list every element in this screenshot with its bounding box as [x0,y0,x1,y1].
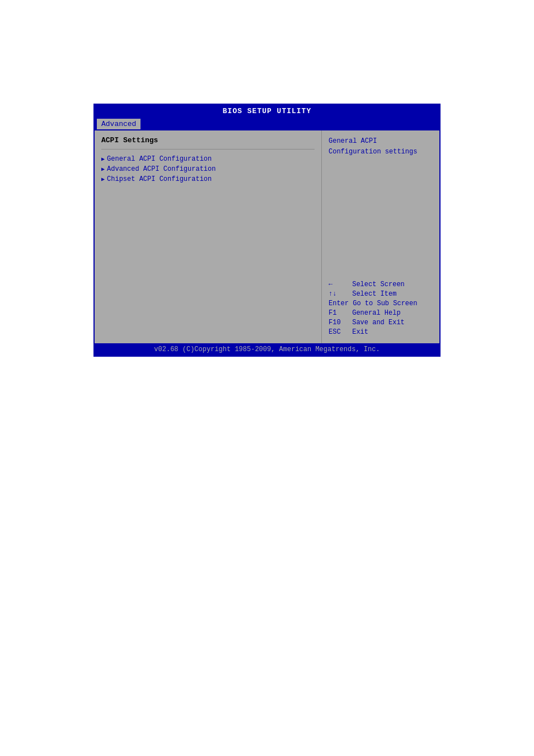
bios-window: BIOS SETUP UTILITY Advanced ACPI Setting… [93,104,441,357]
menu-item-advanced-acpi[interactable]: Advanced ACPI Configuration [101,165,315,173]
key-row-select-item: ↑↓ Select Item [329,290,433,298]
key-row-f1: F1 General Help [329,309,433,317]
nav-item-advanced[interactable]: Advanced [97,119,140,129]
menu-item-chipset-acpi[interactable]: Chipset ACPI Configuration [101,175,315,183]
key-row-esc: ESC Exit [329,328,433,336]
key-desc-select-item: Select Item [352,290,396,298]
key-desc-f10: Save and Exit [352,319,405,326]
key-help: ← Select Screen ↑↓ Select Item Enter Go … [329,281,433,338]
bios-footer: v02.68 (C)Copyright 1985-2009, American … [95,343,439,356]
menu-item-general-acpi[interactable]: General ACPI Configuration [101,155,315,163]
bios-title: BIOS SETUP UTILITY [95,105,439,118]
key-arrow-left: ← [329,281,348,288]
key-row-enter: Enter Go to Sub Screen [329,300,433,307]
key-desc-esc: Exit [352,328,368,336]
key-desc-select-screen: Select Screen [352,281,405,288]
key-enter: Enter [329,300,349,307]
key-row-f10: F10 Save and Exit [329,319,433,326]
nav-bar: Advanced [95,118,439,130]
key-desc-f1: General Help [352,309,400,317]
left-panel: ACPI Settings General ACPI Configuration… [95,130,322,343]
key-esc: ESC [329,328,348,336]
key-f10: F10 [329,319,348,326]
key-f1: F1 [329,309,348,317]
right-panel: General ACPI Configuration settings ← Se… [322,130,439,343]
key-arrow-updown: ↑↓ [329,290,348,298]
bios-body: ACPI Settings General ACPI Configuration… [95,130,439,343]
title-text: BIOS SETUP UTILITY [223,107,311,115]
key-row-select-screen: ← Select Screen [329,281,433,288]
help-text: General ACPI Configuration settings [329,136,433,157]
key-desc-enter: Go to Sub Screen [353,300,417,307]
footer-text: v02.68 (C)Copyright 1985-2009, American … [154,346,380,353]
divider [101,149,315,150]
section-title: ACPI Settings [101,136,315,144]
